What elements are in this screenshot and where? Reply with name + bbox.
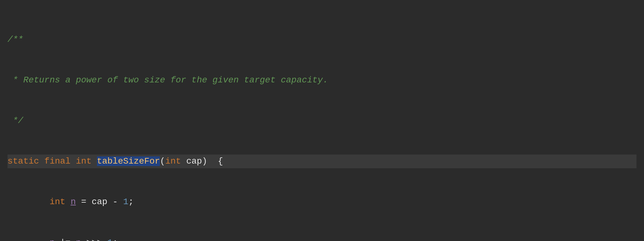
keyword-final: final bbox=[44, 156, 71, 166]
var-n1: n bbox=[71, 197, 76, 207]
keyword-static: static bbox=[8, 156, 39, 166]
var-n2: n bbox=[49, 238, 55, 241]
line-op1: n |= n >>> 1; bbox=[8, 236, 636, 241]
code-editor: /** * Returns a power of two size for th… bbox=[8, 6, 636, 241]
comment-line-3: */ bbox=[8, 114, 636, 127]
function-name-highlight: tableSizeFor bbox=[97, 156, 160, 166]
number-1b: 1 bbox=[107, 238, 113, 241]
line-int-n: int n = cap - 1; bbox=[8, 195, 636, 209]
function-signature-line: static final int tableSizeFor(int cap) { bbox=[8, 155, 636, 168]
param-type: int bbox=[165, 156, 181, 166]
keyword-int: int bbox=[76, 156, 91, 166]
keyword-int2: int bbox=[49, 197, 65, 207]
number-1a: 1 bbox=[123, 197, 129, 207]
comment-line-2: * Returns a power of two size for the gi… bbox=[8, 73, 636, 87]
comment-line-1: /** bbox=[8, 33, 636, 46]
var-n3: n bbox=[76, 238, 81, 241]
